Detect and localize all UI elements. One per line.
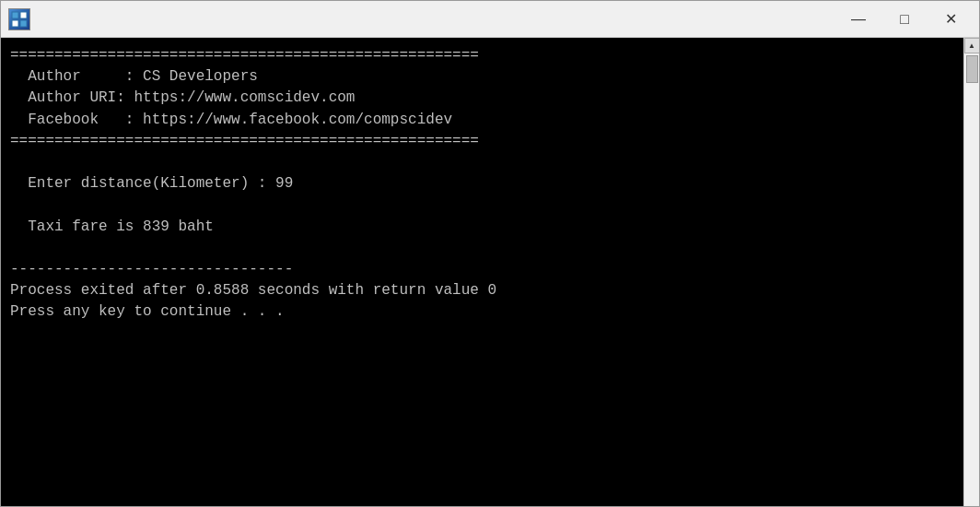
console-area: ========================================…: [1, 38, 979, 506]
svg-rect-0: [12, 12, 18, 18]
svg-rect-3: [20, 20, 27, 27]
title-bar-controls: — □ ✕: [837, 6, 972, 33]
app-window: — □ ✕ ==================================…: [0, 0, 980, 507]
title-bar: — □ ✕: [1, 1, 979, 38]
svg-rect-2: [12, 20, 18, 27]
maximize-button[interactable]: □: [883, 6, 926, 33]
app-icon: [8, 8, 30, 30]
console-output: ========================================…: [10, 45, 970, 323]
close-button[interactable]: ✕: [929, 6, 972, 33]
scrollbar[interactable]: ▲: [963, 38, 979, 506]
title-bar-left: [8, 8, 30, 30]
minimize-button[interactable]: —: [837, 6, 880, 33]
scrollbar-thumb[interactable]: [966, 55, 978, 83]
svg-rect-1: [20, 12, 27, 18]
scroll-up-arrow[interactable]: ▲: [964, 38, 980, 53]
